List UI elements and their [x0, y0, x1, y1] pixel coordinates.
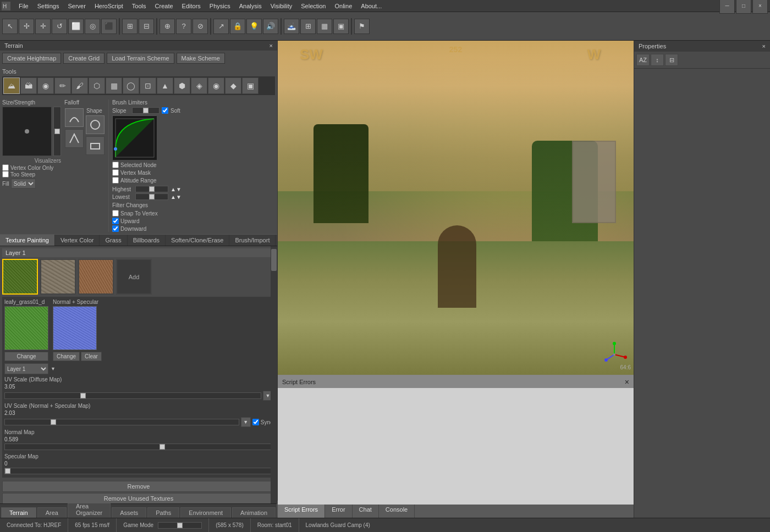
remove-unused-btn[interactable]: Remove Unused Textures — [2, 493, 275, 503]
menu-analysis[interactable]: Analysis — [235, 2, 266, 10]
grid4-tool[interactable]: ▦ — [317, 19, 332, 34]
close-btn[interactable]: × — [752, 0, 768, 14]
props-sort-name[interactable]: AZ — [636, 54, 650, 66]
remove-btn[interactable]: Remove — [2, 481, 275, 492]
tab-texture-painting[interactable]: Texture Painting — [0, 235, 55, 246]
place-tool[interactable]: ⬛ — [101, 19, 117, 34]
tool-cut[interactable]: ◈ — [191, 77, 207, 94]
uv-diffuse-range[interactable] — [4, 392, 261, 399]
uv-normal-dropdown[interactable]: ▼ — [241, 417, 251, 427]
game-mode-slider[interactable] — [158, 522, 202, 529]
shape-btn-2[interactable] — [86, 136, 105, 155]
create-grid-btn[interactable]: Create Grid — [63, 53, 105, 64]
menu-physics[interactable]: Physics — [205, 2, 235, 10]
flag-tool[interactable]: ⚑ — [354, 19, 370, 34]
props-sort-type[interactable]: ↕ — [651, 54, 664, 66]
tool-lower[interactable]: 🏔 — [20, 77, 37, 94]
globe-tool[interactable]: ⊕ — [160, 19, 175, 34]
tool-select-area[interactable]: ◉ — [208, 77, 224, 94]
grid5-tool[interactable]: ▣ — [333, 19, 349, 34]
shape-btn-1[interactable] — [86, 115, 105, 134]
props-collapse[interactable]: ⊟ — [665, 54, 678, 66]
menu-settings[interactable]: Settings — [33, 2, 64, 10]
selected-node-check[interactable] — [112, 162, 119, 168]
menu-tools[interactable]: Tools — [128, 2, 151, 10]
bottom-tab-assets[interactable]: Assets — [112, 507, 146, 518]
tool-smooth[interactable]: ◉ — [37, 77, 54, 94]
terrain-close-icon[interactable]: × — [270, 42, 273, 49]
fill-select[interactable]: Solid — [11, 179, 36, 189]
tool-flatten[interactable]: ✏ — [54, 77, 71, 94]
tab-grass[interactable]: Grass — [100, 235, 127, 246]
falloff-btn-1[interactable] — [65, 108, 84, 127]
specular-map-range[interactable] — [4, 468, 273, 474]
bottom-tab-environment[interactable]: Environment — [180, 507, 231, 518]
light-tool[interactable]: 💡 — [246, 19, 262, 34]
tool-erode[interactable]: ◯ — [123, 77, 139, 94]
script-errors-close[interactable]: × — [625, 378, 629, 386]
tool-extra[interactable]: ▣ — [242, 77, 258, 94]
change-diffuse-btn[interactable]: Change — [4, 352, 48, 361]
move-tool[interactable]: ✛ — [35, 19, 51, 34]
menu-server[interactable]: Server — [63, 2, 90, 10]
lock-tool[interactable]: 🔒 — [230, 19, 245, 34]
snap-to-vertex-check[interactable] — [112, 210, 119, 217]
vertex-color-only-check[interactable] — [2, 164, 9, 171]
tool-noise[interactable]: ▦ — [106, 77, 122, 94]
tab-brush-import[interactable]: Brush/Import — [229, 235, 276, 246]
layer-1-tex-2[interactable] — [40, 259, 76, 295]
altitude-range-check[interactable] — [112, 177, 119, 184]
make-scheme-btn[interactable]: Make Scheme — [177, 53, 225, 64]
arrow-tool[interactable]: ↖ — [2, 19, 18, 34]
se-tab-console[interactable]: Console — [379, 505, 415, 518]
menu-create[interactable]: Create — [151, 2, 178, 10]
normal-map-range[interactable] — [4, 444, 273, 450]
menu-selection[interactable]: Selection — [296, 2, 330, 10]
clear-btn[interactable]: Clear — [81, 352, 102, 361]
tool-set[interactable]: ⬡ — [89, 77, 105, 94]
menu-heroscript[interactable]: HeroScript — [90, 2, 128, 10]
help2-tool[interactable]: ⊘ — [193, 19, 208, 34]
falloff-btn-2[interactable] — [65, 129, 84, 148]
tab-billboards[interactable]: Billboards — [128, 235, 166, 246]
grid-tool[interactable]: ⊞ — [122, 19, 138, 34]
bottom-tab-animation[interactable]: Animation — [232, 507, 276, 518]
bottom-tab-terrain[interactable]: Terrain — [1, 507, 36, 518]
upward-check[interactable] — [112, 218, 119, 224]
layer-select-dropdown[interactable]: Layer 1 Layer 2 Layer 3 Layer 4 — [4, 363, 48, 374]
scale-tool[interactable]: ⬜ — [68, 19, 84, 34]
tool-road[interactable]: ⬢ — [174, 77, 190, 94]
grid-tool2[interactable]: ⊟ — [139, 19, 154, 34]
menu-about[interactable]: About... — [356, 2, 386, 10]
bottom-tab-paths[interactable]: Paths — [147, 507, 179, 518]
terrain-icon-tool[interactable]: 🗻 — [284, 19, 299, 34]
se-tab-script-errors[interactable]: Script Errors — [278, 505, 325, 518]
menu-visibility[interactable]: Visibility — [266, 2, 297, 10]
brush-preview[interactable] — [2, 107, 52, 156]
minimize-btn[interactable]: ─ — [719, 0, 735, 14]
sync-check[interactable] — [252, 419, 259, 425]
se-tab-error[interactable]: Error — [325, 505, 352, 518]
se-tab-chat[interactable]: Chat — [353, 505, 379, 518]
layer-1-tex-1[interactable] — [2, 259, 38, 295]
properties-close[interactable]: × — [762, 43, 766, 49]
change-normal-btn[interactable]: Change — [53, 352, 80, 361]
camera-tool[interactable]: ◎ — [85, 19, 100, 34]
select-tool[interactable]: ✢ — [19, 19, 34, 34]
too-steep-check[interactable] — [2, 171, 9, 178]
vertex-mask-check[interactable] — [112, 169, 119, 176]
audio-tool[interactable]: 🔊 — [263, 19, 278, 34]
uv-normal-range[interactable] — [4, 419, 239, 425]
menu-file[interactable]: File — [14, 2, 33, 10]
tab-soften[interactable]: Soften/Clone/Erase — [166, 235, 229, 246]
layer-1-tex-3[interactable] — [78, 259, 114, 295]
create-heightmap-btn[interactable]: Create Heightmap — [2, 53, 61, 64]
tab-vertex-color[interactable]: Vertex Color — [55, 235, 100, 246]
downward-check[interactable] — [112, 225, 119, 232]
tool-stamp[interactable]: ⊡ — [140, 77, 156, 94]
soft-check[interactable] — [162, 107, 168, 114]
texture-scrollbar[interactable] — [271, 246, 277, 503]
tool-fill[interactable]: ◆ — [225, 77, 241, 94]
menu-editors[interactable]: Editors — [178, 2, 205, 10]
help-tool[interactable]: ? — [176, 19, 191, 34]
